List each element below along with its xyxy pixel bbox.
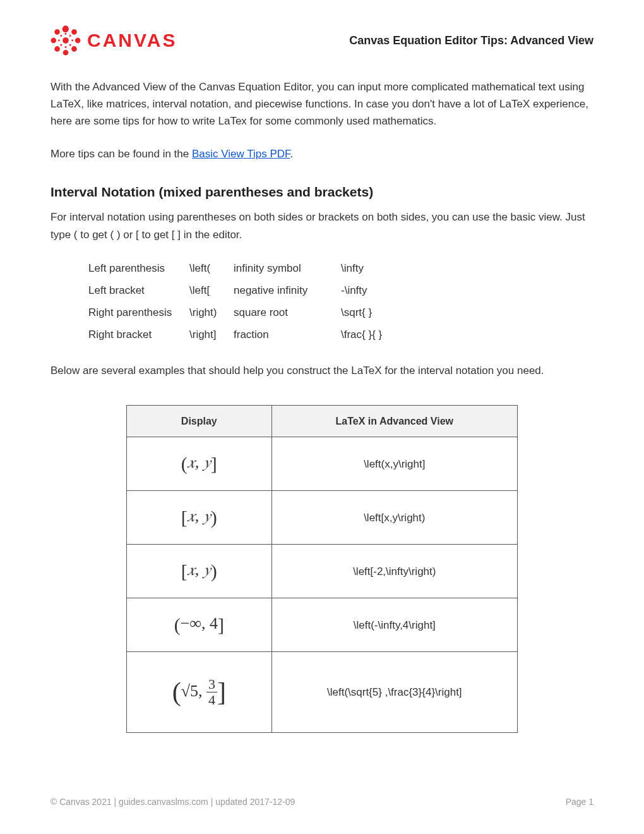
example-row: [𝑥, 𝑦)\left[-2,\infty\right) xyxy=(127,545,518,598)
symbols-row: Left bracket\left[negative infinity-\inf… xyxy=(88,279,404,301)
intro-paragraph: With the Advanced View of the Canvas Equ… xyxy=(51,78,593,130)
symbols-cell: -\infty xyxy=(341,279,404,301)
example-latex: \left(-\infty,4\right] xyxy=(271,598,517,652)
svg-point-6 xyxy=(71,29,77,35)
footer-left: © Canvas 2021 | guides.canvaslms.com | u… xyxy=(51,795,295,809)
col-header-display: Display xyxy=(127,405,272,437)
svg-point-13 xyxy=(60,35,62,37)
footer-right: Page 1 xyxy=(566,795,593,809)
svg-point-11 xyxy=(58,40,60,42)
example-display: [𝑥, 𝑦) xyxy=(127,545,272,598)
svg-point-2 xyxy=(63,50,69,56)
col-header-latex: LaTeX in Advanced View xyxy=(271,405,517,437)
examples-table: Display LaTeX in Advanced View (𝑥, 𝑦]\le… xyxy=(126,405,518,734)
example-display: [𝑥, 𝑦) xyxy=(127,491,272,545)
brand-logo: CANVAS xyxy=(51,25,177,56)
symbols-cell: \sqrt{ } xyxy=(341,301,404,323)
example-row: (−∞, 4]\left(-\infty,4\right] xyxy=(127,598,518,652)
svg-point-0 xyxy=(63,37,69,44)
section-title: Interval Notation (mixed parentheses and… xyxy=(51,181,593,203)
symbols-row: Left parenthesis\left(infinity symbol\in… xyxy=(88,257,404,279)
symbols-row: Right bracket\right]fraction\frac{ }{ } xyxy=(88,323,404,346)
symbols-cell: Left bracket xyxy=(88,279,189,301)
svg-point-9 xyxy=(65,33,67,35)
example-latex: \left(\sqrt{5} ,\frac{3}{4}\right] xyxy=(271,652,517,733)
symbols-cell: Left parenthesis xyxy=(88,257,189,279)
symbols-cell: Right bracket xyxy=(88,323,189,346)
example-latex: \left[x,y\right) xyxy=(271,491,517,545)
example-latex: \left[-2,\infty\right) xyxy=(271,545,517,598)
example-display: (√5, 34] xyxy=(127,652,272,733)
svg-point-14 xyxy=(69,35,71,37)
svg-point-5 xyxy=(54,29,60,35)
symbols-cell: \left( xyxy=(189,257,234,279)
example-row: [𝑥, 𝑦)\left[x,y\right) xyxy=(127,491,518,545)
brand-text: CANVAS xyxy=(87,25,177,56)
basic-view-tips-link[interactable]: Basic View Tips PDF xyxy=(192,148,290,160)
symbols-table: Left parenthesis\left(infinity symbol\in… xyxy=(88,257,404,346)
more-tips-suffix: . xyxy=(290,148,294,160)
svg-point-4 xyxy=(75,38,81,44)
svg-point-1 xyxy=(63,25,69,31)
symbols-cell: Right parenthesis xyxy=(88,301,189,323)
more-tips-prefix: More tips can be found in the xyxy=(51,148,192,160)
symbols-cell: \infty xyxy=(341,257,404,279)
section-desc: For interval notation using parentheses … xyxy=(51,208,593,243)
canvas-logo-icon xyxy=(51,25,81,56)
example-row: (√5, 34]\left(\sqrt{5} ,\frac{3}{4}\righ… xyxy=(127,652,518,733)
doc-title: Canvas Equation Editor Tips: Advanced Vi… xyxy=(349,32,593,50)
symbols-row: Right parenthesis\right)square root\sqrt… xyxy=(88,301,404,323)
svg-point-10 xyxy=(65,46,67,48)
symbols-cell: negative infinity xyxy=(234,279,341,301)
below-desc: Below are several examples that should h… xyxy=(51,362,593,379)
symbols-cell: \left[ xyxy=(189,279,234,301)
symbols-cell: \right) xyxy=(189,301,234,323)
svg-point-7 xyxy=(54,46,60,52)
example-latex: \left(x,y\right] xyxy=(271,437,517,491)
example-display: (𝑥, 𝑦] xyxy=(127,437,272,491)
example-display: (−∞, 4] xyxy=(127,598,272,652)
symbols-cell: \frac{ }{ } xyxy=(341,323,404,346)
symbols-cell: fraction xyxy=(234,323,341,346)
symbols-cell: square root xyxy=(234,301,341,323)
symbols-cell: infinity symbol xyxy=(234,257,341,279)
svg-point-3 xyxy=(51,38,56,44)
svg-point-12 xyxy=(71,40,73,42)
example-row: (𝑥, 𝑦]\left(x,y\right] xyxy=(127,437,518,491)
symbols-cell: \right] xyxy=(189,323,234,346)
svg-point-8 xyxy=(71,46,77,52)
more-tips-paragraph: More tips can be found in the Basic View… xyxy=(51,145,593,162)
footer: © Canvas 2021 | guides.canvaslms.com | u… xyxy=(51,795,593,809)
svg-point-16 xyxy=(69,44,71,46)
svg-point-15 xyxy=(60,44,62,46)
header: CANVAS Canvas Equation Editor Tips: Adva… xyxy=(51,25,593,56)
